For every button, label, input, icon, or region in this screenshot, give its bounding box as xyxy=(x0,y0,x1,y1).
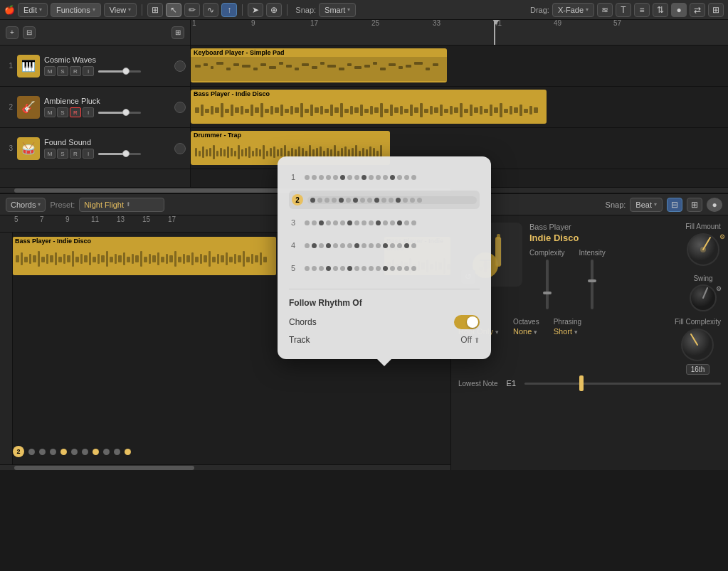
rec-btn[interactable]: R xyxy=(70,149,81,159)
grid-btn[interactable]: ⊞ xyxy=(147,3,163,17)
volume-slider[interactable] xyxy=(98,153,141,155)
swing-knob[interactable] xyxy=(689,284,717,312)
volume-slider[interactable] xyxy=(98,112,141,114)
ruler-mark: 1 xyxy=(192,20,196,27)
chords-chevron: ▾ xyxy=(38,201,41,208)
functions-menu[interactable]: Functions ▾ xyxy=(51,3,101,17)
track-dropdown[interactable]: Off ⬆ xyxy=(460,335,480,345)
svg-rect-51 xyxy=(305,109,309,113)
bottom-toggle-btn[interactable]: ● xyxy=(707,198,722,212)
fill-amount-knob-wrapper: ⚙ xyxy=(685,232,721,269)
waveform-btn[interactable]: ≋ xyxy=(597,3,613,17)
svg-rect-139 xyxy=(341,148,343,156)
pd xyxy=(305,266,310,271)
track-info: Found Sound M S R I xyxy=(44,138,170,159)
track-more-btn[interactable]: ⊞ xyxy=(172,26,184,39)
text-btn[interactable]: T xyxy=(616,3,631,17)
svg-rect-36 xyxy=(231,105,233,116)
link-btn[interactable]: ⊞ xyxy=(708,3,724,17)
mute-btn[interactable]: M xyxy=(44,107,56,117)
svg-rect-39 xyxy=(245,109,249,113)
snap-select[interactable]: Smart ▾ xyxy=(319,3,356,17)
drag-select[interactable]: X-Fade ▾ xyxy=(552,3,594,17)
svg-rect-178 xyxy=(132,254,134,264)
bottom-snap-select[interactable]: Beat ▾ xyxy=(630,198,663,212)
octaves-group: Octaves None ▾ xyxy=(513,318,539,336)
input-btn[interactable]: I xyxy=(83,149,94,159)
bottom-zoom-btn[interactable]: ⊞ xyxy=(687,198,702,212)
track-item: 3 🥁 Found Sound M S R I xyxy=(0,128,190,169)
svg-rect-152 xyxy=(21,252,23,265)
pd xyxy=(362,243,366,248)
region-bass[interactable]: Bass Player - Indie Disco xyxy=(191,90,547,124)
svg-rect-54 xyxy=(320,106,323,114)
bottom-waveform-left xyxy=(14,245,270,272)
region-keyboard[interactable]: Keyboard Player - Simple Pad xyxy=(191,48,447,82)
input-btn[interactable]: I xyxy=(83,66,94,76)
rec-btn[interactable]: R xyxy=(70,66,81,76)
pd xyxy=(360,198,365,203)
record-btn[interactable]: ● xyxy=(671,3,687,17)
octaves-value[interactable]: None ▾ xyxy=(513,327,539,336)
mute-btn[interactable]: M xyxy=(44,66,56,76)
region-label: Bass Player - Indie Disco xyxy=(191,90,547,98)
loop-btn[interactable]: ⇄ xyxy=(690,3,705,17)
pd xyxy=(396,198,401,203)
fill-complexity-knob[interactable] xyxy=(680,327,715,363)
svg-rect-110 xyxy=(238,145,240,159)
svg-rect-107 xyxy=(227,146,229,158)
bottom-region-left[interactable]: Bass Player - Indie Disco xyxy=(13,237,276,275)
svg-rect-194 xyxy=(200,254,202,264)
rec-btn[interactable]: R xyxy=(70,107,81,117)
phrasing-value[interactable]: Short ▾ xyxy=(554,327,581,336)
input-btn[interactable]: I xyxy=(83,107,94,117)
pd xyxy=(403,198,408,203)
functions-chevron: ▾ xyxy=(93,6,95,13)
bottom-link-btn[interactable]: ⊟ xyxy=(667,198,682,212)
piano-scrollbar[interactable] xyxy=(0,464,450,470)
edit-menu[interactable]: Edit ▾ xyxy=(18,3,48,17)
preset-selector[interactable]: Night Flight ⬆ xyxy=(79,198,164,212)
toolbar-right: Drag: X-Fade ▾ ≋ T ≡ ⇅ ● ⇄ ⊞ xyxy=(526,3,724,17)
plus-btn[interactable]: ⊕ xyxy=(266,3,282,17)
fill-amount-knob[interactable] xyxy=(685,232,721,267)
chords-selector[interactable]: Chords ▾ xyxy=(6,198,46,212)
svg-rect-159 xyxy=(50,255,53,262)
chords-toggle[interactable] xyxy=(454,315,480,329)
svg-rect-5 xyxy=(233,63,239,66)
cursor-btn[interactable]: ↑ xyxy=(221,3,237,17)
volume-slider[interactable] xyxy=(98,70,141,73)
view-menu[interactable]: View ▾ xyxy=(104,3,137,17)
add-track-btn[interactable]: + xyxy=(6,26,19,39)
pd xyxy=(383,266,388,271)
waveform-svg xyxy=(194,58,443,80)
param-btn[interactable]: ⇅ xyxy=(653,3,668,17)
align-btn[interactable]: ≡ xyxy=(634,3,650,17)
popup-dots-4 xyxy=(302,242,480,250)
complexity-slider[interactable] xyxy=(546,260,549,309)
pencil-btn[interactable]: ✏ xyxy=(184,3,200,17)
curve-btn[interactable]: ∿ xyxy=(203,3,218,17)
pointer-btn[interactable]: ↖ xyxy=(166,3,181,17)
track-controls: M S R I xyxy=(44,107,170,117)
track-options-btn[interactable]: ⊟ xyxy=(23,26,36,39)
svg-rect-35 xyxy=(225,109,229,113)
solo-btn[interactable]: S xyxy=(57,66,68,76)
lowest-note-slider[interactable] xyxy=(524,383,721,385)
instrument-panel: ↺ Bass Player Indie Disco Complexity xyxy=(450,215,728,470)
preset-chevron: ⬆ xyxy=(126,201,131,208)
intensity-slider[interactable] xyxy=(591,260,594,309)
mute-btn[interactable]: M xyxy=(44,149,56,159)
svg-rect-184 xyxy=(157,252,159,265)
fill-complexity-label: Fill Complexity xyxy=(675,318,721,326)
popup-arrow xyxy=(377,359,391,366)
pointer2-btn[interactable]: ➤ xyxy=(248,3,263,17)
svg-rect-193 xyxy=(195,257,199,262)
svg-rect-163 xyxy=(67,255,70,262)
svg-rect-45 xyxy=(275,107,279,113)
playhead-arrow xyxy=(492,20,500,25)
svg-rect-6 xyxy=(242,65,250,68)
solo-btn[interactable]: S xyxy=(57,149,68,159)
solo-btn[interactable]: S xyxy=(57,107,68,117)
pd xyxy=(347,266,352,271)
